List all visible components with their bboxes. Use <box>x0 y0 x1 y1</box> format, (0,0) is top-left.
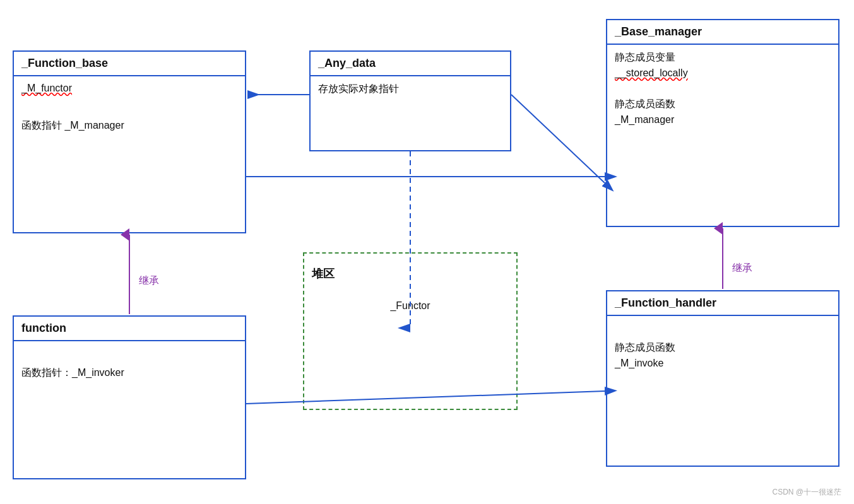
function-handler-title: _Function_handler <box>607 291 838 316</box>
watermark: CSDN @十一很迷茫 <box>772 487 841 498</box>
function-base-content: _M_functor 函数指针 _M_manager <box>14 76 245 139</box>
function-handler-box: _Function_handler 静态成员函数 _M_invoke <box>606 290 839 467</box>
m-manager-static-label1: 静态成员函数 <box>615 98 831 111</box>
inherit-label-1: 继承 <box>139 274 159 288</box>
m-manager-static-label2: _M_manager <box>615 114 831 126</box>
heap-area-title: 堆区 <box>304 254 516 288</box>
heap-area-box: 堆区 _Functor <box>303 252 518 410</box>
function-base-box: _Function_base _M_functor 函数指针 _M_manage… <box>13 50 246 233</box>
m-functor-label: _M_functor <box>21 83 72 93</box>
m-manager-label: 函数指针 _M_manager <box>21 119 237 132</box>
m-invoke-label1: 静态成员函数 <box>615 341 831 355</box>
stored-locally-label1: 静态成员变量 <box>615 51 831 64</box>
function-content: 函数指针：_M_invoker <box>14 360 245 386</box>
m-invoker-label: 函数指针：_M_invoker <box>21 366 237 380</box>
m-invoke-label2: _M_invoke <box>615 358 831 369</box>
any-data-title: _Any_data <box>311 52 510 76</box>
function-title: function <box>14 317 245 341</box>
diagram-container: _Function_base _M_functor 函数指针 _M_manage… <box>0 0 854 504</box>
function-base-title: _Function_base <box>14 52 245 76</box>
function-box: function 函数指针：_M_invoker <box>13 315 246 479</box>
any-data-to-base-manager-arrow <box>511 95 605 183</box>
function-handler-content: 静态成员函数 _M_invoke <box>607 335 838 375</box>
any-data-box: _Any_data 存放实际对象指针 <box>309 50 511 151</box>
base-manager-content: 静态成员变量 __stored_locally 静态成员函数 _M_manage… <box>607 45 838 132</box>
inherit-label-2: 继承 <box>732 262 752 275</box>
functor-label: _Functor <box>304 288 516 324</box>
any-data-content: 存放实际对象指针 <box>311 76 510 102</box>
base-manager-title: _Base_manager <box>607 20 838 45</box>
stored-locally-label2: __stored_locally <box>615 67 688 78</box>
base-manager-box: _Base_manager 静态成员变量 __stored_locally 静态… <box>606 19 839 227</box>
